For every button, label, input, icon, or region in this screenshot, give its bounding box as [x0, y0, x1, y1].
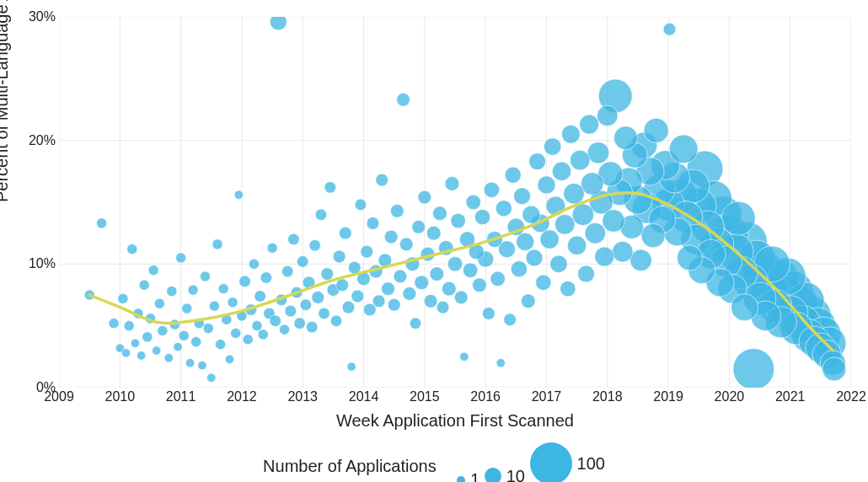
y-tick-label: 30% — [8, 9, 56, 24]
legend-dot — [485, 468, 501, 482]
data-point — [454, 291, 468, 304]
data-point — [430, 267, 444, 281]
legend-dot — [457, 476, 465, 482]
data-point — [433, 206, 447, 221]
data-point — [522, 206, 540, 223]
data-point — [333, 250, 346, 263]
y-axis-title: Percent of Multi-Language Applications — [0, 0, 12, 202]
data-point — [484, 182, 499, 197]
data-point — [570, 150, 590, 170]
data-point — [474, 209, 490, 224]
data-point — [536, 275, 551, 290]
data-point — [562, 125, 581, 143]
data-point — [473, 278, 487, 292]
data-point — [191, 337, 201, 347]
data-point — [321, 268, 334, 281]
data-point — [669, 135, 698, 163]
data-point — [249, 259, 259, 269]
data-point — [410, 318, 421, 329]
data-point — [309, 240, 321, 252]
x-tick-label: 2014 — [349, 389, 379, 404]
data-point — [399, 238, 413, 251]
data-point — [587, 142, 609, 164]
data-point — [342, 301, 355, 313]
data-point — [347, 362, 356, 371]
x-tick-label: 2022 — [836, 389, 866, 404]
data-point — [288, 233, 300, 245]
data-point — [390, 204, 404, 217]
data-point — [330, 315, 342, 327]
data-point — [174, 342, 182, 351]
data-point — [153, 346, 161, 355]
data-point — [198, 361, 206, 369]
y-tick-label: 10% — [8, 256, 56, 271]
data-point — [415, 276, 429, 290]
legend-label: 1 — [470, 470, 480, 482]
x-tick-label: 2011 — [166, 389, 196, 404]
data-point — [496, 359, 505, 367]
data-point — [355, 199, 367, 211]
data-point — [511, 261, 527, 277]
data-point — [581, 173, 603, 195]
data-point — [463, 263, 478, 278]
data-point — [504, 313, 517, 326]
data-point — [167, 287, 177, 297]
data-point — [517, 233, 534, 250]
x-tick-label: 2010 — [105, 389, 136, 404]
data-point — [447, 257, 463, 272]
chart-container: Percent of Multi-Language Applications 0… — [0, 0, 868, 482]
x-tick-label: 2018 — [592, 389, 623, 404]
data-point — [372, 295, 385, 308]
data-point — [641, 223, 665, 247]
data-point — [258, 329, 268, 340]
data-point — [154, 298, 164, 308]
data-point — [185, 359, 194, 367]
data-point — [252, 321, 262, 331]
data-point — [294, 318, 306, 329]
data-point — [200, 271, 210, 281]
data-point — [176, 253, 186, 263]
data-point — [209, 301, 219, 311]
data-point — [521, 294, 535, 308]
data-point — [182, 303, 192, 313]
data-point — [466, 195, 481, 210]
y-tick-label: 20% — [8, 133, 56, 148]
legend-title: Number of Applications — [263, 457, 437, 476]
data-point — [403, 287, 416, 301]
data-point — [585, 222, 606, 244]
data-point — [418, 190, 431, 204]
data-point — [412, 220, 426, 233]
data-point — [526, 249, 543, 266]
data-point — [630, 249, 652, 271]
data-point — [451, 213, 466, 228]
x-tick-label: 2019 — [653, 389, 683, 404]
data-point — [560, 281, 576, 297]
data-point — [567, 236, 586, 254]
data-point — [437, 301, 449, 313]
x-tick-label: 2015 — [410, 389, 440, 404]
data-point — [137, 351, 145, 360]
data-point — [121, 349, 130, 357]
data-point — [270, 315, 281, 327]
data-point — [148, 265, 158, 276]
data-point — [540, 230, 559, 249]
legend-item: 10 — [485, 467, 525, 482]
data-point — [424, 294, 437, 308]
data-point — [216, 340, 226, 350]
data-point — [279, 324, 289, 335]
data-point — [239, 276, 251, 287]
data-point — [460, 352, 469, 361]
data-point — [613, 241, 634, 262]
data-point — [255, 291, 266, 303]
data-point — [505, 167, 521, 183]
data-point — [212, 239, 222, 249]
data-point — [445, 177, 459, 191]
data-point — [179, 330, 189, 340]
data-point — [442, 281, 456, 296]
data-point — [351, 290, 364, 303]
data-point — [580, 115, 599, 134]
x-tick-label: 2013 — [287, 389, 318, 404]
data-point — [361, 245, 373, 258]
data-point — [267, 243, 277, 253]
data-point — [243, 335, 253, 345]
